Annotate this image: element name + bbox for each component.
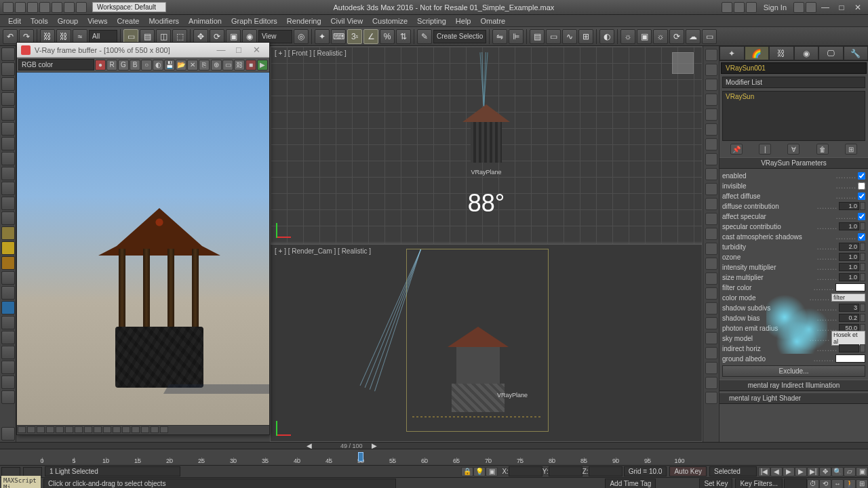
ax-btn-4[interactable] — [705, 94, 717, 106]
lt-layers-icon[interactable] — [1, 77, 15, 91]
vfb-hs-button[interactable] — [65, 426, 73, 433]
vfb-close-button[interactable]: ✕ — [248, 45, 265, 55]
maxscript-mini-listener[interactable]: MAXScript Mi — [1, 476, 41, 489]
menu-scripting[interactable]: Scripting — [413, 16, 450, 26]
menu-help[interactable]: Help — [452, 16, 475, 26]
menu-modifiers[interactable]: Modifiers — [144, 16, 183, 26]
isolate-selection-icon[interactable]: 💡 — [473, 467, 486, 476]
vfb-b-button[interactable]: B — [130, 60, 140, 70]
make-unique-button[interactable]: ∀ — [787, 144, 800, 155]
vfb-rgb-button[interactable]: ● — [95, 60, 106, 70]
trackbar-toggle-icon[interactable] — [1, 467, 20, 476]
lt-misc4-icon[interactable] — [1, 390, 15, 404]
favorites-icon[interactable] — [746, 2, 757, 13]
nav-max-toggle-button[interactable]: ⊞ — [856, 479, 868, 489]
maximize-button[interactable]: □ — [834, 2, 849, 13]
lt-maximize-icon[interactable] — [1, 62, 15, 76]
time-config-button[interactable]: ⏱ — [807, 479, 819, 489]
undo-icon[interactable] — [52, 2, 62, 13]
vfb-history-button[interactable] — [151, 426, 159, 433]
vfb-lens-button[interactable] — [141, 426, 149, 433]
lt-misc2-icon[interactable] — [1, 361, 15, 374]
open-a360-button[interactable]: ▭ — [702, 29, 717, 44]
maxscript-listener-icon[interactable] — [1, 427, 15, 441]
nav-pan-button[interactable]: ✥ — [819, 467, 831, 476]
lt-cone-icon[interactable] — [1, 182, 15, 195]
help-icon[interactable] — [806, 2, 816, 13]
lt-freeze-icon[interactable] — [1, 152, 15, 165]
vfb-ocio-button[interactable] — [103, 426, 111, 433]
stack-item[interactable]: VRaySun — [726, 93, 862, 100]
mirror-button[interactable]: ⇋ — [492, 29, 507, 44]
lt-box-icon[interactable] — [1, 167, 15, 180]
vfb-mono-button[interactable]: ◐ — [153, 60, 163, 70]
lt-display-icon[interactable] — [1, 107, 15, 121]
selection-filter-dropdown[interactable] — [89, 30, 117, 43]
vfb-cc-button[interactable] — [18, 426, 26, 433]
render-setup-button[interactable]: ☼ — [620, 29, 635, 44]
pin-stack-button[interactable]: 📌 — [730, 144, 743, 155]
edit-named-sel-button[interactable]: ✎ — [417, 29, 432, 44]
tab-motion[interactable]: ◉ — [794, 46, 819, 60]
param-checkbox[interactable] — [858, 192, 865, 200]
spinner-arrows-icon[interactable] — [860, 344, 865, 352]
nav-zoom-button[interactable]: 🔍 — [831, 467, 844, 476]
spinner-arrows-icon[interactable] — [860, 243, 865, 251]
vfb-channel-dropdown[interactable]: RGB color — [18, 59, 94, 70]
vfb-cb-button[interactable] — [75, 426, 83, 433]
lt-system-icon[interactable] — [1, 316, 15, 329]
param-checkbox[interactable] — [858, 233, 865, 241]
spinner-arrows-icon[interactable] — [860, 304, 865, 312]
vfb-wb-button[interactable] — [56, 426, 64, 433]
vfb-stop-button[interactable]: ■ — [245, 60, 256, 70]
menu-civil-view[interactable]: Civil View — [327, 16, 367, 26]
tab-create[interactable]: ✦ — [719, 46, 745, 60]
goto-start-button[interactable]: |◀ — [758, 467, 770, 476]
vfb-save-button[interactable]: 💾 — [164, 60, 175, 70]
vfb-lut-button[interactable] — [84, 426, 92, 433]
vfb-region-button[interactable]: ▭ — [222, 60, 233, 70]
spinner-arrows-icon[interactable] — [860, 314, 865, 322]
ax-btn-20[interactable] — [705, 332, 717, 344]
viewport-front[interactable]: [ + ] [ Front ] [ Realistic ] VRayPlane … — [270, 46, 703, 244]
param-spinner[interactable] — [839, 243, 859, 251]
nav-zoomall-button[interactable]: ▣ — [856, 467, 868, 476]
param-combo[interactable]: Hosek et al — [831, 331, 865, 346]
coord-x-input[interactable] — [509, 466, 542, 476]
spinner-arrows-icon[interactable] — [860, 273, 865, 281]
viewport-camera-label[interactable]: [ + ] [ Render_Cam ] [ Realistic ] — [275, 247, 371, 255]
param-spinner[interactable] — [839, 314, 859, 322]
snap-toggle-button[interactable]: 3s — [347, 29, 362, 44]
time-slider-thumb[interactable] — [358, 452, 363, 462]
param-spinner[interactable] — [839, 253, 859, 261]
app-menu-icon[interactable] — [3, 2, 14, 13]
percent-snap-button[interactable]: % — [380, 29, 395, 44]
ax-btn-17[interactable] — [705, 287, 717, 300]
use-center-button[interactable]: ◎ — [294, 29, 309, 44]
param-spinner[interactable] — [839, 202, 859, 210]
menu-views[interactable]: Views — [83, 16, 111, 26]
render-in-cloud-button[interactable]: ☁ — [686, 29, 701, 44]
param-spinner[interactable] — [839, 304, 859, 312]
vfb-levels-button[interactable] — [27, 426, 35, 433]
vfb-render-canvas[interactable] — [17, 73, 269, 425]
ax-btn-5[interactable] — [705, 108, 717, 121]
auto-key-button[interactable]: Auto Key — [669, 466, 707, 476]
tab-display[interactable]: 🖵 — [818, 46, 844, 60]
ax-btn-13[interactable] — [705, 228, 717, 240]
save-icon[interactable] — [39, 2, 50, 13]
layer-explorer-button[interactable]: ▤ — [530, 29, 545, 44]
ax-btn-10[interactable] — [705, 183, 717, 195]
vfb-r-button[interactable]: R — [106, 60, 117, 70]
trackbar2-icon[interactable] — [23, 467, 42, 476]
lt-selection-icon[interactable] — [1, 92, 15, 106]
vfb-load-button[interactable]: 📂 — [176, 60, 186, 70]
align-button[interactable]: ⊫ — [509, 29, 524, 44]
infocenter-icon[interactable] — [722, 2, 732, 13]
ax-btn-22[interactable] — [705, 362, 717, 374]
close-button[interactable]: ✕ — [850, 2, 865, 13]
exchange-icon[interactable] — [793, 2, 804, 13]
menu-rendering[interactable]: Rendering — [283, 16, 326, 26]
rollout-mr-light-shader[interactable]: mental ray Light Shader — [719, 392, 868, 404]
ax-btn-23[interactable] — [705, 377, 717, 389]
